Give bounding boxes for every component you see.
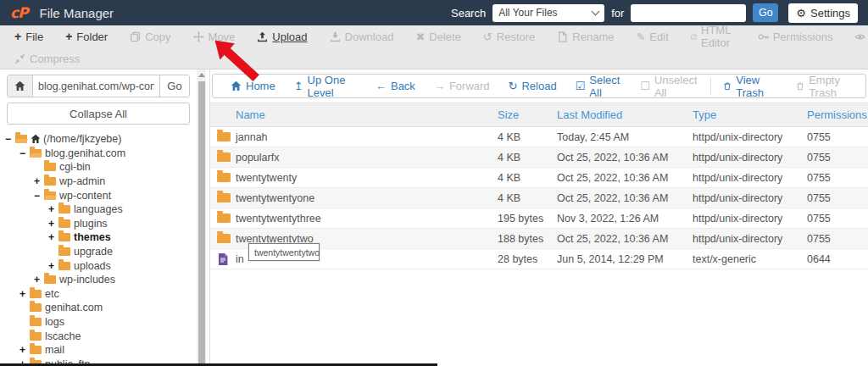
home-button[interactable]: Home — [221, 80, 285, 92]
up-arrow-icon: ↥ — [294, 80, 303, 92]
home-path-button[interactable] — [8, 75, 33, 97]
tree-item-wp-admin[interactable]: + wp-admin — [0, 175, 197, 189]
html-editor-button[interactable]: HTML Editor — [680, 25, 747, 47]
cell-size: 4 KB — [498, 172, 557, 184]
search-scope-select[interactable]: All Your Files — [492, 4, 604, 22]
tree-item-upgrade[interactable]: upgrade — [0, 245, 197, 259]
tree-item-wp-content[interactable]: − wp-content — [0, 188, 197, 202]
expand-icon[interactable]: + — [34, 274, 44, 286]
tree-item-etc[interactable]: + etc — [0, 287, 197, 302]
path-go-button[interactable]: Go — [159, 75, 189, 97]
column-header-size[interactable]: Size — [498, 108, 557, 121]
file-manager-window: cP File Manager Search All Your Files fo… — [0, 0, 868, 366]
expand-icon[interactable]: + — [19, 288, 30, 300]
forward-button[interactable]: → Forward — [425, 80, 499, 92]
copy-button[interactable]: Copy — [119, 25, 181, 47]
select-all-button[interactable]: ☑ Select All — [566, 74, 632, 99]
tree-item-genihat-com[interactable]: genihat.com — [0, 301, 197, 315]
table-row[interactable]: twentytwenty 4 KB Oct 25, 2022, 10:36 AM… — [210, 168, 868, 188]
tree-item-wp-includes[interactable]: + wp-includes — [0, 273, 197, 287]
sidebar-scrollbar-thumb[interactable] — [198, 81, 205, 363]
delete-button[interactable]: ✖ Delete — [404, 25, 471, 47]
tree-item-uploads[interactable]: + uploads — [0, 258, 197, 273]
file-button[interactable]: + File — [3, 25, 54, 47]
column-header-last-modified[interactable]: Last Modified — [557, 108, 693, 121]
folder-icon — [58, 233, 70, 241]
rename-button[interactable]: Rename — [546, 25, 625, 47]
tree-item-languages[interactable]: + languages — [0, 202, 197, 217]
collapse-icon[interactable]: − — [5, 133, 15, 145]
expand-icon[interactable]: + — [34, 175, 44, 187]
table-row[interactable]: twentytwentyone 4 KB Oct 25, 2022, 10:36… — [210, 188, 868, 208]
folder-icon — [30, 346, 42, 354]
expand-icon[interactable]: + — [48, 218, 58, 230]
cell-type: httpd/unix-directory — [693, 152, 807, 164]
home-button-label: Home — [246, 80, 275, 92]
folder-icon — [44, 177, 56, 186]
settings-button[interactable]: ⚙ Settings — [788, 3, 858, 23]
eye-icon — [854, 31, 865, 42]
restore-button[interactable]: ↺ Restore — [472, 25, 546, 47]
view-trash-button[interactable]: View Trash — [714, 74, 787, 99]
expand-icon[interactable]: + — [19, 344, 30, 356]
move-button[interactable]: Move — [182, 25, 247, 47]
expand-icon[interactable]: + — [48, 203, 58, 215]
home-icon — [14, 80, 25, 92]
tree-item-label: blog.genihat.com — [45, 147, 125, 159]
scroll-up-icon[interactable] — [198, 73, 205, 77]
tree-item-home[interactable]: − (/home/fjkzyebe) — [0, 132, 197, 147]
cell-name: twentytwentythree — [236, 213, 498, 225]
tree-item-logs[interactable]: logs — [0, 315, 197, 330]
unselect-all-button[interactable]: ☐ Unselect All — [631, 74, 706, 99]
table-row[interactable]: popularfx 4 KB Oct 25, 2022, 10:36 AM ht… — [210, 147, 868, 168]
table-row[interactable]: jannah 4 KB Today, 2:45 AM httpd/unix-di… — [210, 127, 868, 147]
folder-icon — [58, 262, 70, 270]
path-input[interactable] — [33, 75, 159, 97]
collapse-icon[interactable]: − — [34, 190, 44, 202]
compress-button[interactable]: Compress — [3, 47, 91, 69]
table-row[interactable]: twentytwentythree 195 bytes Nov 3, 2022,… — [210, 208, 868, 229]
tree-item-cgi-bin[interactable]: cgi-bin — [0, 160, 197, 175]
key-icon — [758, 31, 769, 42]
cell-name: popularfx — [236, 152, 498, 164]
search-go-button[interactable]: Go — [753, 3, 778, 22]
tree-item-plugins[interactable]: + plugins — [0, 217, 197, 231]
html-editor-button-label: HTML Editor — [701, 24, 736, 49]
sidebar-scrollbar-track[interactable] — [197, 69, 206, 366]
view-button[interactable]: View — [843, 25, 868, 47]
reload-button[interactable]: ↻ Reload — [499, 80, 566, 92]
folder-icon — [217, 173, 231, 182]
empty-trash-button[interactable]: Empty Trash — [787, 74, 865, 99]
collapse-all-button[interactable]: Collapse All — [7, 103, 190, 125]
permissions-button[interactable]: Permissions — [747, 25, 844, 47]
search-input[interactable] — [631, 4, 746, 22]
upload-button[interactable]: Upload — [246, 25, 318, 47]
html-editor-icon — [691, 31, 697, 42]
column-header-name[interactable]: Name — [236, 108, 498, 121]
tree-item-blog-genihat-com[interactable]: − blog.genihat.com — [0, 147, 197, 161]
download-button[interactable]: Download — [319, 25, 405, 47]
app-header: cP File Manager Search All Your Files fo… — [0, 0, 868, 25]
tree-item-lscache[interactable]: lscache — [0, 329, 197, 343]
edit-button[interactable]: ✎ Edit — [625, 25, 679, 47]
column-header-permissions[interactable]: Permissions — [807, 108, 868, 121]
gear-icon: ⚙ — [796, 7, 806, 19]
cell-type: text/x-generic — [693, 253, 807, 265]
cell-permissions: 0755 — [807, 131, 868, 143]
column-header-type[interactable]: Type — [693, 108, 807, 121]
nav-divider — [710, 78, 711, 95]
cell-type: httpd/unix-directory — [693, 233, 807, 245]
tree-item-themes[interactable]: + themes — [0, 230, 197, 245]
home-icon — [231, 80, 242, 92]
expand-icon[interactable]: + — [48, 231, 58, 243]
back-button[interactable]: ← Back — [366, 80, 425, 92]
cell-permissions: 0644 — [807, 253, 868, 265]
settings-label: Settings — [810, 7, 850, 19]
sidebar: Go Collapse All − (/home/fjkzyebe) − blo… — [0, 69, 197, 366]
collapse-icon[interactable]: − — [19, 147, 30, 159]
folder-button[interactable]: + Folder — [54, 25, 119, 47]
up-one-level-button[interactable]: ↥ Up One Level — [285, 74, 366, 99]
cell-last-modified: Oct 25, 2022, 10:36 AM — [557, 192, 693, 204]
tree-item-mail[interactable]: + mail — [0, 343, 197, 358]
expand-icon[interactable]: + — [48, 260, 58, 272]
